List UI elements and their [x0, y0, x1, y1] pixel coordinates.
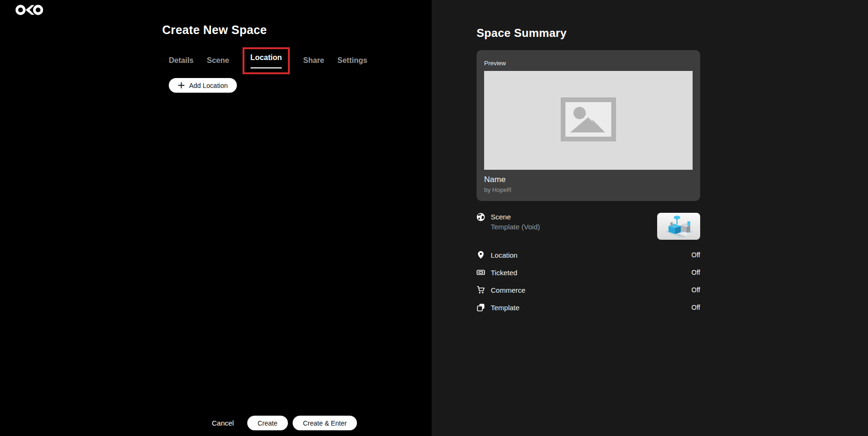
- tab-share[interactable]: Share: [303, 56, 324, 65]
- plus-icon: [178, 82, 185, 89]
- feature-value: Off: [692, 304, 700, 311]
- scene-text: Scene Template (Void): [491, 213, 540, 231]
- tab-location-label: Location: [251, 53, 282, 61]
- tab-scene-label: Scene: [207, 56, 229, 64]
- scene-label: Scene: [491, 213, 540, 221]
- image-placeholder-icon: [561, 97, 616, 143]
- tab-share-label: Share: [303, 56, 324, 64]
- summary-row-ticketed: Ticketed Off: [477, 265, 700, 280]
- create-button[interactable]: Create: [247, 416, 288, 430]
- preview-image-placeholder: [484, 71, 693, 170]
- tab-details[interactable]: Details: [169, 56, 193, 65]
- feature-value: Off: [692, 269, 700, 276]
- page-title: Create New Space: [162, 23, 432, 37]
- space-name: Name: [484, 175, 693, 184]
- location-pin-icon: [477, 251, 485, 259]
- ticket-icon: [477, 268, 485, 277]
- preview-label: Preview: [484, 60, 693, 67]
- summary-feature-list: Location Off Ticketed Off: [477, 247, 700, 315]
- tab-details-label: Details: [169, 56, 193, 64]
- feature-label: Template: [491, 304, 520, 312]
- footer-actions: Cancel Create Create & Enter: [212, 416, 357, 430]
- feature-label: Commerce: [491, 286, 525, 294]
- tab-scene[interactable]: Scene: [207, 56, 229, 65]
- add-location-button[interactable]: Add Location: [169, 78, 237, 93]
- summary-row-template: Template Off: [477, 300, 700, 315]
- feature-value: Off: [692, 286, 700, 294]
- summary-row-location: Location Off: [477, 247, 700, 262]
- tab-settings-label: Settings: [338, 56, 367, 64]
- scene-thumbnail[interactable]: [657, 213, 700, 240]
- cart-icon: [477, 286, 485, 294]
- globe-icon: [477, 213, 485, 221]
- copy-icon: [477, 303, 485, 312]
- space-author: by HopeR: [484, 186, 693, 193]
- active-tab-underline: [251, 67, 282, 69]
- preview-card: Preview Name by HopeR: [477, 50, 700, 201]
- oko-logo-icon[interactable]: [16, 4, 43, 16]
- summary-row-commerce: Commerce Off: [477, 282, 700, 297]
- feature-label: Location: [491, 251, 518, 259]
- create-space-panel: Create New Space Details Scene Location …: [0, 0, 432, 436]
- summary-row-scene: Scene Template (Void): [477, 213, 700, 240]
- tab-bar: Details Scene Location Share Settings: [169, 48, 432, 73]
- scene-value: Template (Void): [491, 223, 540, 231]
- app-window: Create New Space Details Scene Location …: [0, 0, 868, 436]
- space-summary-panel: Space Summary Preview Name by HopeR: [432, 0, 868, 436]
- create-space-content: Create New Space Details Scene Location …: [0, 0, 432, 93]
- summary-title: Space Summary: [477, 26, 868, 40]
- feature-value: Off: [692, 251, 700, 259]
- feature-label: Ticketed: [491, 269, 517, 277]
- cancel-button[interactable]: Cancel: [212, 419, 234, 427]
- create-and-enter-button[interactable]: Create & Enter: [293, 416, 357, 430]
- tab-settings[interactable]: Settings: [338, 56, 367, 65]
- add-location-label: Add Location: [189, 82, 228, 89]
- tab-location[interactable]: Location: [243, 47, 290, 74]
